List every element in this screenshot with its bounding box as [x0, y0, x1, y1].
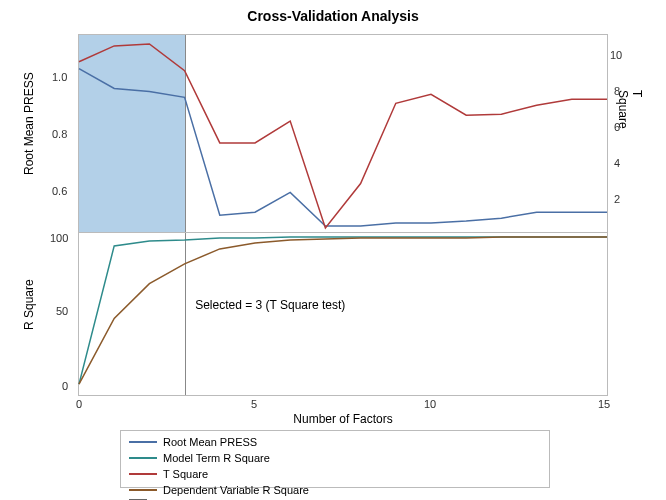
legend-swatch-line — [129, 457, 157, 459]
legend-label: Dependent Variable R Square — [163, 484, 309, 496]
ytick: 100 — [50, 232, 68, 244]
ytick-r: 10 — [610, 49, 622, 61]
ytick: 0 — [62, 380, 68, 392]
xtick: 5 — [251, 398, 257, 410]
panel-bot: Selected = 3 (T Square test) — [79, 233, 607, 395]
ytick-r: 2 — [614, 193, 620, 205]
ytick-r: 8 — [614, 85, 620, 97]
xtick: 0 — [76, 398, 82, 410]
legend-label: Root Mean PRESS — [163, 436, 257, 448]
ytick-r: 4 — [614, 157, 620, 169]
ytick: 0.8 — [52, 128, 67, 140]
y-axis-right: T Square — [616, 90, 644, 129]
ytick: 0.6 — [52, 185, 67, 197]
legend-item: Root Mean PRESS — [129, 434, 329, 450]
top-panel-lines — [79, 35, 607, 232]
legend-label: Model Term R Square — [163, 452, 270, 464]
ytick-r: 6 — [614, 121, 620, 133]
xtick: 10 — [424, 398, 436, 410]
legend-item: Dependent Variable R Square — [129, 482, 349, 498]
xtick: 15 — [598, 398, 610, 410]
chart-title: Cross-Validation Analysis — [0, 0, 666, 24]
bot-panel-lines — [79, 233, 607, 395]
ytick: 1.0 — [52, 71, 67, 83]
line-model-term-rsq — [79, 237, 607, 384]
plot-area: Selected = 3 (T Square test) — [78, 34, 608, 396]
ytick: 50 — [56, 305, 68, 317]
y-axis-left-top: Root Mean PRESS — [22, 72, 36, 175]
legend: Root Mean PRESS Model Term R Square T Sq… — [120, 430, 550, 488]
legend-swatch-line — [129, 489, 157, 491]
legend-item: T Square — [129, 466, 329, 482]
chart-frame: Cross-Validation Analysis Root Mean PRES… — [0, 0, 666, 500]
x-axis-label: Number of Factors — [78, 412, 608, 426]
line-root-mean-press — [79, 69, 607, 226]
line-t-square — [79, 44, 607, 228]
legend-item: Model Term R Square — [129, 450, 349, 466]
legend-label: T Square — [163, 468, 208, 480]
panel-top — [79, 35, 607, 233]
legend-swatch-line — [129, 441, 157, 443]
legend-swatch-line — [129, 473, 157, 475]
y-axis-left-bot: R Square — [22, 279, 36, 330]
line-dep-var-rsq — [79, 237, 607, 384]
